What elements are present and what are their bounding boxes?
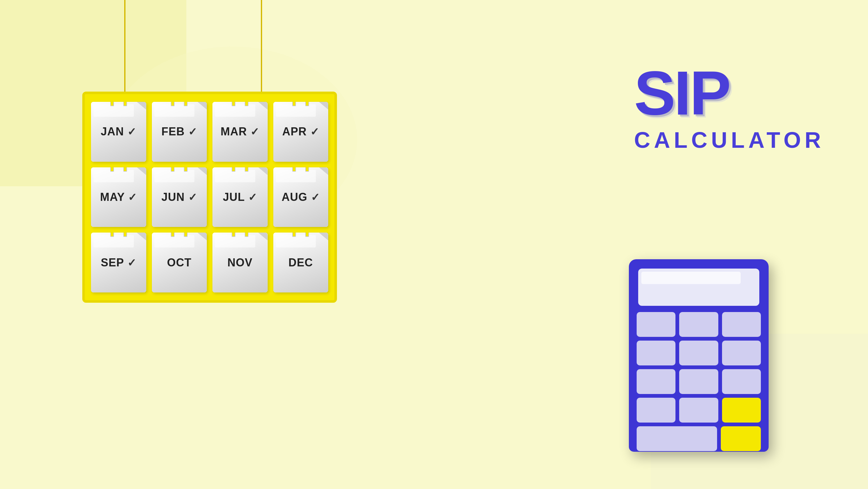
month-card-sep[interactable]: SEP ✓ bbox=[91, 233, 146, 292]
month-card-jan[interactable]: JAN ✓ bbox=[91, 102, 146, 162]
month-label-jan: JAN ✓ bbox=[101, 125, 136, 138]
checkmark-jan: ✓ bbox=[127, 126, 136, 137]
checkmark-jun: ✓ bbox=[188, 191, 197, 203]
checkmark-apr: ✓ bbox=[310, 126, 319, 137]
month-label-aug: AUG ✓ bbox=[282, 191, 320, 204]
checkmark-mar: ✓ bbox=[250, 126, 259, 137]
wire-right bbox=[261, 0, 262, 99]
calc-btn-2[interactable] bbox=[679, 312, 718, 337]
calc-btn-7[interactable] bbox=[637, 369, 676, 394]
sip-text-main: SIP bbox=[634, 62, 730, 124]
calc-btn-bottom-yellow[interactable] bbox=[721, 426, 761, 451]
month-card-oct[interactable]: OCT bbox=[152, 233, 207, 292]
month-label-mar: MAR ✓ bbox=[220, 125, 259, 138]
checkmark-feb: ✓ bbox=[188, 126, 197, 137]
checkmark-may: ✓ bbox=[128, 191, 137, 203]
checkmark-jul: ✓ bbox=[248, 191, 257, 203]
month-card-dec[interactable]: DEC bbox=[273, 233, 329, 292]
month-label-jun: JUN ✓ bbox=[161, 191, 197, 204]
calc-btn-11[interactable] bbox=[679, 398, 718, 423]
calc-btn-6[interactable] bbox=[722, 340, 761, 365]
month-label-jul: JUL ✓ bbox=[223, 191, 257, 204]
calculator-screen bbox=[638, 268, 759, 306]
wire-left bbox=[124, 0, 125, 99]
calc-bottom-row bbox=[637, 426, 761, 451]
month-card-nov[interactable]: NOV bbox=[212, 233, 268, 292]
month-card-may[interactable]: MAY ✓ bbox=[91, 167, 146, 227]
calc-btn-10[interactable] bbox=[637, 398, 676, 423]
month-label-oct: OCT bbox=[167, 256, 192, 269]
screen-highlight bbox=[641, 272, 741, 284]
calc-btn-4[interactable] bbox=[637, 340, 676, 365]
month-card-mar[interactable]: MAR ✓ bbox=[212, 102, 268, 162]
sip-title: SIP SIP SIP CALCULATOR bbox=[634, 62, 825, 153]
calc-btn-1[interactable] bbox=[637, 312, 676, 337]
month-label-feb: FEB ✓ bbox=[161, 125, 197, 138]
calculator-label: CALCULATOR bbox=[634, 127, 825, 153]
month-card-apr[interactable]: APR ✓ bbox=[273, 102, 329, 162]
month-card-aug[interactable]: AUG ✓ bbox=[273, 167, 329, 227]
month-label-dec: DEC bbox=[288, 256, 313, 269]
month-card-feb[interactable]: FEB ✓ bbox=[152, 102, 207, 162]
month-card-jul[interactable]: JUL ✓ bbox=[212, 167, 268, 227]
calc-btn-9[interactable] bbox=[722, 369, 761, 394]
month-label-sep: SEP ✓ bbox=[101, 256, 136, 269]
calc-btn-yellow[interactable] bbox=[722, 398, 761, 423]
calendar-board: JAN ✓FEB ✓MAR ✓APR ✓MAY ✓JUN ✓JUL ✓AUG ✓… bbox=[82, 92, 337, 303]
calc-btn-3[interactable] bbox=[722, 312, 761, 337]
calculator-buttons bbox=[637, 312, 761, 423]
calculator-device bbox=[629, 259, 769, 452]
month-card-jun[interactable]: JUN ✓ bbox=[152, 167, 207, 227]
checkmark-sep: ✓ bbox=[127, 257, 136, 268]
month-label-nov: NOV bbox=[227, 256, 252, 269]
month-label-apr: APR ✓ bbox=[282, 125, 319, 138]
calc-btn-5[interactable] bbox=[679, 340, 718, 365]
checkmark-aug: ✓ bbox=[311, 191, 320, 203]
month-label-may: MAY ✓ bbox=[100, 191, 137, 204]
calc-btn-8[interactable] bbox=[679, 369, 718, 394]
calc-btn-wide[interactable] bbox=[637, 426, 717, 451]
